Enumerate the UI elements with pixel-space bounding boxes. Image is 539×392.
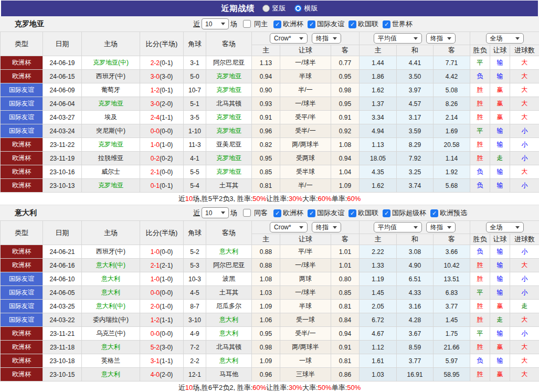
goals-result-cell: 小	[510, 327, 539, 341]
summary-text: 让胜率:	[266, 194, 289, 204]
scope-select[interactable]: 全场	[486, 222, 524, 232]
handicap-cell: 受两球	[280, 152, 331, 165]
handicap-cell: 一球	[280, 354, 331, 368]
chevron-down-icon	[299, 37, 303, 40]
league-checkbox-label: 欧洲杯	[283, 20, 303, 28]
avg-home-cell: 1.13	[360, 138, 397, 152]
league-checkbox[interactable]: ✓	[383, 20, 390, 28]
league-cell: 欧洲杯	[1, 165, 43, 179]
match-count-select[interactable]: 10	[202, 207, 229, 218]
let-result-cell: 输	[490, 259, 510, 272]
league-checkbox[interactable]: ✓	[273, 209, 281, 217]
avg-away-cell: 1.92	[434, 165, 470, 179]
section-italy: 意大利 近 10 场 同客 ✓欧洲杯✓国际友谊✓欧国联✓国际超级杯✓欧洲预选	[0, 205, 539, 392]
league-checkbox[interactable]: ✓	[308, 209, 315, 217]
league-checkbox[interactable]: ✓	[348, 209, 356, 217]
col-away: 客场	[206, 32, 252, 56]
away-odds-cell: 0.81	[331, 300, 360, 313]
odds-time-select[interactable]: 终指	[312, 222, 341, 232]
radio-circle-icon[interactable]	[262, 5, 270, 12]
same-venue-checkbox[interactable]	[243, 209, 251, 217]
league-checkbox[interactable]: ✓	[430, 209, 438, 217]
table-row: 欧洲杯 23-11-22 克罗地亚 1-0(1-0) 11-3 亚美尼亚 0.8…	[1, 138, 539, 152]
avg-away-cell: 1.45	[434, 313, 470, 327]
table-row: 欧洲杯 24-06-21 西班牙(中) 1-0(0-0) 5-2 意大利 0.8…	[1, 245, 539, 259]
match-count-select[interactable]: 10	[202, 18, 229, 29]
goals-result-cell: 小	[510, 152, 539, 165]
let-result-cell: 输	[490, 272, 510, 286]
table-row: 国际友谊 24-06-04 克罗地亚 3-0(2-0) 5-1 北马其顿 0.9…	[1, 97, 539, 111]
radio-selected-icon[interactable]	[294, 5, 302, 12]
chevron-down-icon	[447, 37, 451, 40]
handicap-cell: 受半/一	[280, 327, 331, 341]
away-odds-cell: 1.01	[331, 245, 360, 259]
date-cell: 23-10-18	[43, 354, 82, 368]
chevron-down-icon	[414, 226, 418, 229]
score-cell: 0-0(0-0)	[140, 286, 184, 300]
league-cell: 欧洲杯	[1, 138, 43, 152]
home-odds-cell: 0.85	[252, 165, 280, 179]
table-header: 类型 日期 主场 比分(半场) 角球 客场 Crow* 终指 平均值	[1, 221, 539, 245]
summary-text: 场,胜5平2负3, 胜率:	[193, 194, 252, 204]
radio-horizontal-layout[interactable]: 横版	[294, 4, 318, 13]
table-row: 欧洲杯 23-10-16 威尔士 2-1(0-0) 5-5 克罗地亚 0.85 …	[1, 165, 539, 179]
avg-draw-cell: 16.91	[397, 368, 434, 382]
avg-time-select[interactable]: 终指	[426, 222, 456, 232]
league-checkbox[interactable]: ✓	[383, 209, 390, 217]
let-result-cell: 赢	[490, 368, 510, 382]
league-cell: 国际友谊	[1, 97, 43, 111]
away-team-cell: 北马其顿	[206, 97, 252, 111]
avg-draw-cell: 3.16	[397, 300, 434, 313]
table-row: 国际友谊 24-03-25 意大利(中) 2-0(1-0) 8-7 厄瓜多尔 1…	[1, 300, 539, 313]
odds-source-select[interactable]: Crow*	[270, 222, 308, 232]
away-team-cell: 克罗地亚	[206, 124, 252, 138]
avg-draw-cell: 4.33	[397, 286, 434, 300]
col-corner: 角球	[184, 32, 206, 56]
league-cell: 国际友谊	[1, 286, 43, 300]
table-row: 国际友谊 24-03-24 突尼斯(中) 0-0(0-0) 1-10 克罗地亚 …	[1, 124, 539, 138]
table-row: 欧洲杯 23-11-21 乌克兰(中) 0-0(0-0) 4-9 意大利 0.9…	[1, 327, 539, 341]
avg-home-cell: 6.72	[360, 313, 397, 327]
radio-vertical-layout[interactable]: 竖版	[262, 4, 286, 13]
home-odds-cell: 1.08	[252, 272, 280, 286]
summary-text: 近	[178, 383, 185, 392]
odds-time-select[interactable]: 终指	[312, 33, 341, 44]
let-result-cell: 输	[490, 354, 510, 368]
home-odds-cell: 0.88	[252, 259, 280, 272]
avg-draw-cell: 3.25	[397, 165, 434, 179]
col-home-odds: 主	[252, 45, 280, 56]
scope-select[interactable]: 全场	[486, 33, 524, 44]
avg-away-cell: 3.66	[434, 245, 470, 259]
let-result-cell: 输	[490, 286, 510, 300]
avg-source-header: 平均值 终指	[360, 32, 470, 45]
date-cell: 23-11-21	[43, 327, 82, 341]
avg-away-cell: 4.42	[434, 70, 470, 83]
avg-source-select[interactable]: 平均值	[374, 33, 422, 44]
league-checkbox[interactable]: ✓	[308, 20, 315, 28]
avg-away-cell: 8.26	[434, 97, 470, 111]
league-checkbox-label: 国际友谊	[317, 209, 344, 217]
avg-draw-cell: 3.74	[397, 179, 434, 193]
table-row: 欧洲杯 23-10-18 英格兰 3-1(1-1) 2-2 意大利 1.09 一…	[1, 354, 539, 368]
same-venue-checkbox[interactable]	[243, 20, 251, 28]
avg-away-cell: 58.95	[434, 368, 470, 382]
home-odds-cell: 0.96	[252, 368, 280, 382]
avg-draw-cell: 3.67	[397, 327, 434, 341]
chevron-down-icon	[333, 226, 337, 229]
avg-home-cell: 2.05	[360, 300, 397, 313]
avg-source-select[interactable]: 平均值	[374, 222, 422, 232]
league-checkbox[interactable]: ✓	[273, 20, 281, 28]
near-label: 近	[193, 19, 200, 29]
result-cell: 平	[470, 286, 490, 300]
same-venue-label: 同主	[254, 19, 268, 29]
home-team-cell: 克罗地亚	[82, 179, 140, 193]
home-odds-cell: 0.94	[252, 70, 280, 83]
result-cell: 负	[470, 179, 490, 193]
home-team-cell: 西班牙(中)	[82, 70, 140, 83]
avg-time-select[interactable]: 终指	[426, 33, 456, 44]
avg-draw-cell: 4.57	[397, 97, 434, 111]
league-checkbox[interactable]: ✓	[348, 20, 356, 28]
odds-source-select[interactable]: Crow*	[270, 33, 308, 44]
summary-text: 单率:	[332, 383, 347, 392]
handicap-cell: 一/球半	[280, 97, 331, 111]
